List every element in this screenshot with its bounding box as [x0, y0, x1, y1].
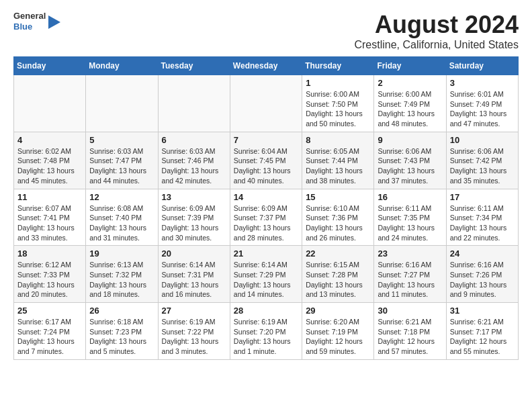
day-cell: [14, 75, 86, 132]
day-info: Sunrise: 6:15 AM Sunset: 7:28 PM Dayligh…: [306, 260, 370, 300]
day-info: Sunrise: 6:03 AM Sunset: 7:47 PM Dayligh…: [89, 146, 154, 186]
day-cell: 7Sunrise: 6:04 AM Sunset: 7:45 PM Daylig…: [230, 132, 302, 189]
day-info: Sunrise: 6:06 AM Sunset: 7:43 PM Dayligh…: [378, 146, 442, 186]
day-cell: 21Sunrise: 6:14 AM Sunset: 7:29 PM Dayli…: [230, 246, 302, 303]
day-number: 8: [306, 135, 370, 145]
day-info: Sunrise: 6:17 AM Sunset: 7:24 PM Dayligh…: [17, 317, 82, 357]
day-cell: 25Sunrise: 6:17 AM Sunset: 7:24 PM Dayli…: [14, 303, 86, 360]
title-area: August 2024 Crestline, California, Unite…: [354, 11, 519, 51]
logo-general: General: [13, 11, 46, 21]
weekday-sunday: Sunday: [14, 57, 86, 75]
day-cell: 15Sunrise: 6:10 AM Sunset: 7:36 PM Dayli…: [302, 189, 374, 246]
day-info: Sunrise: 6:07 AM Sunset: 7:41 PM Dayligh…: [17, 203, 82, 243]
day-number: 1: [306, 78, 370, 88]
day-cell: 27Sunrise: 6:19 AM Sunset: 7:22 PM Dayli…: [158, 303, 230, 360]
calendar-body: 1Sunrise: 6:00 AM Sunset: 7:50 PM Daylig…: [14, 75, 519, 360]
calendar-header: SundayMondayTuesdayWednesdayThursdayFrid…: [14, 57, 519, 75]
day-number: 9: [378, 135, 442, 145]
week-row-5: 25Sunrise: 6:17 AM Sunset: 7:24 PM Dayli…: [14, 303, 519, 360]
week-row-2: 4Sunrise: 6:02 AM Sunset: 7:48 PM Daylig…: [14, 132, 519, 189]
day-number: 14: [234, 192, 298, 202]
day-cell: 28Sunrise: 6:19 AM Sunset: 7:20 PM Dayli…: [230, 303, 302, 360]
day-info: Sunrise: 6:00 AM Sunset: 7:50 PM Dayligh…: [306, 89, 370, 129]
calendar-table: SundayMondayTuesdayWednesdayThursdayFrid…: [13, 56, 519, 360]
logo-arrow-icon: [48, 15, 60, 29]
day-number: 18: [17, 248, 82, 259]
day-info: Sunrise: 6:21 AM Sunset: 7:18 PM Dayligh…: [378, 317, 442, 357]
day-number: 5: [89, 135, 154, 145]
day-cell: 24Sunrise: 6:16 AM Sunset: 7:26 PM Dayli…: [446, 246, 518, 303]
day-number: 19: [89, 248, 154, 259]
day-number: 16: [378, 192, 442, 202]
day-cell: 12Sunrise: 6:08 AM Sunset: 7:40 PM Dayli…: [86, 189, 158, 246]
day-cell: 4Sunrise: 6:02 AM Sunset: 7:48 PM Daylig…: [14, 132, 86, 189]
day-cell: 8Sunrise: 6:05 AM Sunset: 7:44 PM Daylig…: [302, 132, 374, 189]
day-number: 6: [162, 135, 226, 145]
week-row-3: 11Sunrise: 6:07 AM Sunset: 7:41 PM Dayli…: [14, 189, 519, 246]
day-cell: 29Sunrise: 6:20 AM Sunset: 7:19 PM Dayli…: [302, 303, 374, 360]
day-number: 4: [17, 135, 82, 145]
day-info: Sunrise: 6:01 AM Sunset: 7:49 PM Dayligh…: [450, 89, 515, 129]
day-number: 15: [306, 192, 370, 202]
day-number: 23: [378, 248, 442, 259]
day-number: 25: [17, 306, 82, 316]
day-cell: 18Sunrise: 6:12 AM Sunset: 7:33 PM Dayli…: [14, 246, 86, 303]
day-info: Sunrise: 6:00 AM Sunset: 7:49 PM Dayligh…: [378, 89, 442, 129]
day-number: 27: [162, 306, 226, 316]
day-info: Sunrise: 6:11 AM Sunset: 7:34 PM Dayligh…: [450, 203, 515, 243]
weekday-friday: Friday: [374, 57, 446, 75]
day-number: 10: [450, 135, 515, 145]
day-number: 2: [378, 78, 442, 88]
weekday-monday: Monday: [86, 57, 158, 75]
day-number: 24: [450, 248, 515, 259]
day-cell: [86, 75, 158, 132]
day-cell: 30Sunrise: 6:21 AM Sunset: 7:18 PM Dayli…: [374, 303, 446, 360]
day-info: Sunrise: 6:21 AM Sunset: 7:17 PM Dayligh…: [450, 317, 515, 357]
day-number: 3: [450, 78, 515, 88]
weekday-saturday: Saturday: [446, 57, 518, 75]
day-info: Sunrise: 6:09 AM Sunset: 7:37 PM Dayligh…: [234, 203, 298, 243]
day-cell: 2Sunrise: 6:00 AM Sunset: 7:49 PM Daylig…: [374, 75, 446, 132]
day-number: 21: [234, 248, 298, 259]
day-number: 22: [306, 248, 370, 259]
page-header: General Blue August 2024 Crestline, Cali…: [13, 11, 519, 51]
day-cell: 11Sunrise: 6:07 AM Sunset: 7:41 PM Dayli…: [14, 189, 86, 246]
day-info: Sunrise: 6:14 AM Sunset: 7:31 PM Dayligh…: [162, 260, 226, 300]
day-cell: 14Sunrise: 6:09 AM Sunset: 7:37 PM Dayli…: [230, 189, 302, 246]
day-info: Sunrise: 6:04 AM Sunset: 7:45 PM Dayligh…: [234, 146, 298, 186]
day-cell: 13Sunrise: 6:09 AM Sunset: 7:39 PM Dayli…: [158, 189, 230, 246]
weekday-thursday: Thursday: [302, 57, 374, 75]
day-info: Sunrise: 6:10 AM Sunset: 7:36 PM Dayligh…: [306, 203, 370, 243]
day-info: Sunrise: 6:11 AM Sunset: 7:35 PM Dayligh…: [378, 203, 442, 243]
day-number: 7: [234, 135, 298, 145]
day-info: Sunrise: 6:09 AM Sunset: 7:39 PM Dayligh…: [162, 203, 226, 243]
day-cell: 1Sunrise: 6:00 AM Sunset: 7:50 PM Daylig…: [302, 75, 374, 132]
day-number: 20: [162, 248, 226, 259]
weekday-row: SundayMondayTuesdayWednesdayThursdayFrid…: [14, 57, 519, 75]
day-cell: 31Sunrise: 6:21 AM Sunset: 7:17 PM Dayli…: [446, 303, 518, 360]
week-row-1: 1Sunrise: 6:00 AM Sunset: 7:50 PM Daylig…: [14, 75, 519, 132]
day-number: 26: [89, 306, 154, 316]
day-info: Sunrise: 6:14 AM Sunset: 7:29 PM Dayligh…: [234, 260, 298, 300]
logo-blue: Blue: [13, 21, 46, 32]
day-number: 29: [306, 306, 370, 316]
day-info: Sunrise: 6:19 AM Sunset: 7:20 PM Dayligh…: [234, 317, 298, 357]
day-number: 31: [450, 306, 515, 316]
day-info: Sunrise: 6:20 AM Sunset: 7:19 PM Dayligh…: [306, 317, 370, 357]
day-number: 28: [234, 306, 298, 316]
day-number: 11: [17, 192, 82, 202]
day-cell: 10Sunrise: 6:06 AM Sunset: 7:42 PM Dayli…: [446, 132, 518, 189]
day-cell: 17Sunrise: 6:11 AM Sunset: 7:34 PM Dayli…: [446, 189, 518, 246]
day-cell: 22Sunrise: 6:15 AM Sunset: 7:28 PM Dayli…: [302, 246, 374, 303]
page-title: August 2024: [354, 11, 519, 39]
day-cell: 19Sunrise: 6:13 AM Sunset: 7:32 PM Dayli…: [86, 246, 158, 303]
day-info: Sunrise: 6:02 AM Sunset: 7:48 PM Dayligh…: [17, 146, 82, 186]
day-info: Sunrise: 6:19 AM Sunset: 7:22 PM Dayligh…: [162, 317, 226, 357]
day-info: Sunrise: 6:18 AM Sunset: 7:23 PM Dayligh…: [89, 317, 154, 357]
day-number: 17: [450, 192, 515, 202]
weekday-wednesday: Wednesday: [230, 57, 302, 75]
day-info: Sunrise: 6:12 AM Sunset: 7:33 PM Dayligh…: [17, 260, 82, 300]
weekday-tuesday: Tuesday: [158, 57, 230, 75]
day-info: Sunrise: 6:06 AM Sunset: 7:42 PM Dayligh…: [450, 146, 515, 186]
day-number: 13: [162, 192, 226, 202]
